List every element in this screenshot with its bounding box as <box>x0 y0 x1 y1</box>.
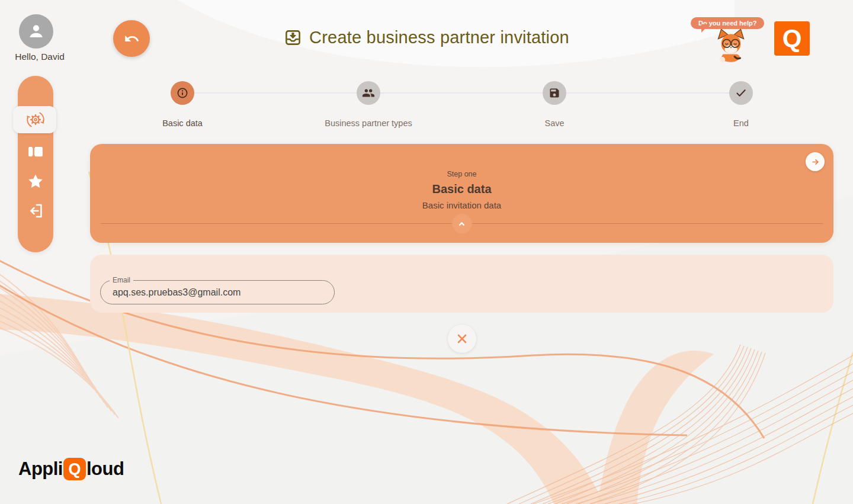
footer-brand-logo: Appli Q loud <box>18 458 124 480</box>
check-icon <box>735 86 748 99</box>
stepper: Basic data Business partner types Save E… <box>0 0 853 504</box>
collapse-button[interactable] <box>452 214 472 233</box>
brand-prefix: Appli <box>18 458 63 480</box>
step-circle-save[interactable] <box>543 81 566 105</box>
sidebar-item-tickets[interactable] <box>18 137 53 166</box>
step-label-save: Save <box>525 118 584 128</box>
brand-letter: Q <box>68 461 81 477</box>
email-field-wrapper: Email <box>100 280 335 304</box>
logout-icon <box>27 202 44 220</box>
brand-suffix: loud <box>86 458 124 480</box>
info-icon <box>175 86 190 100</box>
background-waves <box>0 0 853 504</box>
ticket-icon <box>27 143 44 160</box>
step-circle-basic-data[interactable] <box>171 81 194 105</box>
help-bubble[interactable]: Do you need help? <box>691 17 764 29</box>
user-avatar[interactable] <box>19 14 53 49</box>
chevron-up-icon <box>456 218 468 230</box>
save-box-icon <box>284 28 302 47</box>
step-circle-end[interactable] <box>729 81 753 105</box>
form-card: Email <box>90 255 833 313</box>
app-logo: Q <box>774 21 810 56</box>
sidebar-item-logout[interactable] <box>18 197 53 225</box>
step-card: Step one Basic data Basic invitation dat… <box>90 144 833 243</box>
sidebar-item-settings-sync[interactable] <box>18 105 53 134</box>
step-label-basic-data: Basic data <box>138 118 227 128</box>
sidebar <box>18 76 53 252</box>
person-icon <box>26 21 46 41</box>
people-icon <box>362 86 375 99</box>
page-title: Create business partner invitation <box>309 28 569 47</box>
settings-sync-icon <box>24 108 47 131</box>
app-logo-letter: Q <box>783 26 802 51</box>
step-card-step-label: Step one <box>90 170 833 178</box>
close-button[interactable] <box>448 325 476 353</box>
save-icon <box>549 87 560 99</box>
fox-icon <box>710 27 752 64</box>
undo-arrow-icon <box>124 31 140 47</box>
stepper-connector <box>182 92 741 94</box>
next-step-button[interactable] <box>806 152 825 171</box>
fox-mascot[interactable] <box>710 27 752 66</box>
sidebar-item-favorites[interactable] <box>18 167 53 195</box>
back-button[interactable] <box>113 20 150 57</box>
step-card-title: Basic data <box>90 182 833 196</box>
close-x-icon <box>455 332 469 346</box>
step-circle-business-partner-types[interactable] <box>357 81 380 105</box>
step-label-end: End <box>711 118 771 128</box>
step-card-subtitle: Basic invitation data <box>90 200 833 210</box>
email-input[interactable] <box>101 281 334 304</box>
app-root: Hello, David Create business partner inv… <box>0 0 853 504</box>
greeting-text: Hello, David <box>7 52 72 62</box>
brand-q-box: Q <box>63 458 86 480</box>
star-icon <box>27 172 44 190</box>
step-label-business-partner-types: Business partner types <box>303 118 434 128</box>
email-field-label: Email <box>110 276 133 284</box>
arrow-right-icon <box>810 156 821 168</box>
